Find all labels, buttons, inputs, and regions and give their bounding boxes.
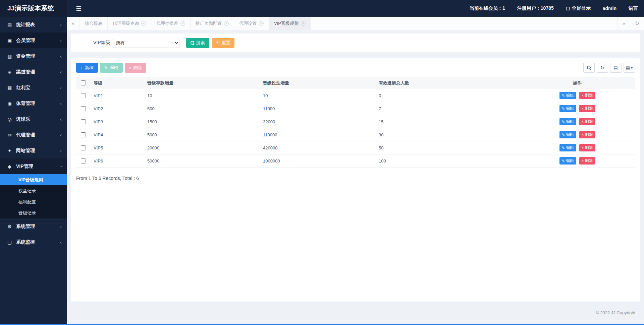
sidebar-item-vip[interactable]: ◆ VIP管理 ‹	[0, 158, 67, 174]
close-tab-icon[interactable]: ×	[301, 21, 306, 26]
tab-agent-level-query[interactable]: 代理层级查询 ×	[108, 17, 151, 30]
bet-cell: 10	[260, 89, 375, 102]
close-tab-icon[interactable]: ×	[180, 21, 185, 26]
sidebar-item-label: 系统监控	[16, 239, 35, 245]
table-row: VIP5 20000 420000 50 ✎编辑 ×删除	[76, 141, 635, 154]
export-icon: ▤	[614, 65, 618, 70]
page-footer: © 2022 JJ Copyright	[67, 302, 644, 324]
search-icon	[587, 66, 591, 70]
table-toolbar: + 新增 ✎ 编辑 × 删除 ↻	[76, 63, 635, 73]
sidebar-item-label: 系统管理	[16, 223, 35, 230]
fullscreen-label: 全屏显示	[572, 5, 591, 11]
edit-button-disabled[interactable]: ✎ 编辑	[100, 63, 123, 73]
sidebar-item-goal[interactable]: ◎ 进球乐 ‹	[0, 111, 67, 127]
table-search-button[interactable]	[583, 63, 595, 73]
table-row: VIP3 1500 32000 15 ✎编辑 ×删除	[76, 115, 635, 128]
reset-button[interactable]: ↻ 重置	[212, 38, 235, 48]
sidebar-item-bonus[interactable]: ▦ 红利宝 ‹	[0, 80, 67, 95]
delete-x-icon: ×	[582, 146, 584, 150]
close-tab-icon[interactable]: ×	[259, 21, 264, 26]
row-delete-button[interactable]: ×删除	[579, 105, 595, 112]
row-checkbox[interactable]	[81, 93, 86, 98]
row-checkbox[interactable]	[81, 158, 86, 164]
tabs-scroll-right-button[interactable]: »	[617, 17, 630, 30]
delete-x-icon: ×	[129, 65, 132, 70]
sidebar-item-sports[interactable]: ◉ 体育管理 ‹	[0, 95, 67, 111]
table-export-button[interactable]: ▤	[610, 63, 622, 73]
vip-level-select[interactable]: 所有	[113, 38, 179, 48]
chevron-left-icon: ‹	[60, 239, 62, 245]
sidebar-subitem-welfare-config[interactable]: 福利配置	[0, 196, 67, 207]
delete-button-disabled[interactable]: × 删除	[125, 63, 147, 73]
sidebar-item-channels[interactable]: ◈ 渠道管理 ‹	[0, 64, 67, 80]
tab-agent-settings[interactable]: 代理设置 ×	[234, 17, 269, 30]
top-navbar: JJ演示版本系统 ☰ 当前在线会员：1 注册用户：10785 全屏显示 admi…	[0, 0, 644, 17]
sports-icon: ◉	[7, 101, 12, 106]
row-delete-button[interactable]: ×删除	[579, 92, 595, 99]
sidebar-subitem-rights-records[interactable]: 权益记录	[0, 185, 67, 196]
row-checkbox[interactable]	[81, 119, 86, 124]
bet-cell: 32000	[260, 115, 375, 128]
search-button[interactable]: 搜索	[186, 38, 209, 48]
row-delete-button[interactable]: ×删除	[579, 118, 595, 125]
online-members-stat: 当前在线会员：1	[470, 5, 505, 11]
row-edit-button[interactable]: ✎编辑	[559, 118, 576, 125]
sidebar-item-label: VIP管理	[16, 164, 33, 170]
add-button[interactable]: + 新增	[76, 63, 98, 73]
edit-pencil-icon: ✎	[104, 65, 108, 70]
sidebar-item-monitor[interactable]: ▢ 系统监控 ‹	[0, 234, 67, 250]
row-delete-button[interactable]: ×删除	[579, 144, 595, 151]
language-menu[interactable]: 语言	[629, 5, 638, 11]
refresh-icon: ↻	[600, 65, 604, 70]
tabs-refresh-button[interactable]: ↻	[630, 17, 644, 30]
row-edit-button[interactable]: ✎编辑	[559, 144, 576, 151]
table-row: VIP6 50000 1000000 100 ✎编辑 ×删除	[76, 154, 635, 168]
copyright-text: © 2022 JJ Copyright	[596, 310, 635, 315]
table-columns-button[interactable]: ▦ ▾	[624, 63, 635, 73]
chevron-left-icon: ‹	[60, 132, 62, 138]
sidebar-item-funds[interactable]: ▥ 资金管理 ‹	[0, 48, 67, 64]
sidebar-item-system[interactable]: ⚙ 系统管理 ‹	[0, 218, 67, 234]
sidebar-item-label: 代理管理	[16, 132, 35, 138]
select-all-checkbox[interactable]	[81, 80, 86, 85]
sidebar-item-members[interactable]: ▣ 会员管理 ‹	[0, 32, 67, 48]
content-card: + 新增 ✎ 编辑 × 删除 ↻	[71, 58, 640, 302]
row-edit-button[interactable]: ✎编辑	[559, 157, 576, 165]
row-delete-button[interactable]: ×删除	[579, 131, 595, 138]
horizontal-scrollbar[interactable]	[0, 324, 644, 325]
invites-cell: 50	[375, 141, 520, 154]
tab-vip-rules[interactable]: VIP晋级规则 ×	[269, 17, 311, 30]
delete-x-icon: ×	[582, 133, 584, 137]
row-checkbox[interactable]	[81, 132, 86, 137]
row-edit-button[interactable]: ✎编辑	[559, 131, 576, 138]
deposit-cell: 1500	[144, 115, 260, 128]
sidebar-item-agents[interactable]: ✉ 代理管理 ‹	[0, 127, 67, 143]
chevron-left-icon: ‹	[60, 22, 62, 27]
fullscreen-button[interactable]: 全屏显示	[566, 5, 591, 11]
sidebar-item-stats[interactable]: ▤ 统计报表 ‹	[0, 17, 67, 32]
row-edit-button[interactable]: ✎编辑	[559, 105, 576, 112]
close-tab-icon[interactable]: ×	[224, 21, 229, 26]
sidebar-subitem-vip-rules[interactable]: VIP晋级规则	[0, 174, 67, 185]
close-tab-icon[interactable]: ×	[141, 21, 146, 26]
row-delete-button[interactable]: ×删除	[579, 157, 595, 165]
row-edit-button[interactable]: ✎编辑	[559, 92, 576, 99]
sidebar-toggle-icon[interactable]: ☰	[76, 5, 82, 12]
tabs-scroll-left-button[interactable]: «	[67, 17, 80, 30]
table-refresh-button[interactable]: ↻	[597, 63, 608, 73]
invites-cell: 30	[375, 128, 520, 141]
sidebar-item-label: 渠道管理	[16, 69, 35, 75]
row-checkbox[interactable]	[81, 145, 86, 150]
deposit-cell: 50000	[144, 154, 260, 168]
user-menu[interactable]: admin	[603, 6, 616, 11]
app-logo: JJ演示版本系统	[0, 0, 67, 17]
sidebar-item-website[interactable]: ✦ 网站管理 ‹	[0, 143, 67, 158]
sidebar-subitem-promotion-records[interactable]: 晋级记录	[0, 207, 67, 218]
row-checkbox[interactable]	[81, 106, 86, 111]
tab-agent-deposit-diff[interactable]: 代理存提差 ×	[151, 17, 191, 30]
invites-cell: 15	[375, 115, 520, 128]
tab-promo-reward-config[interactable]: 推广奖励配置 ×	[191, 17, 234, 30]
table-row: VIP4 5000 110000 30 ✎编辑 ×删除	[76, 128, 635, 141]
bet-cell: 1000000	[260, 154, 375, 168]
tab-overview-report[interactable]: 综合报表	[80, 17, 108, 30]
